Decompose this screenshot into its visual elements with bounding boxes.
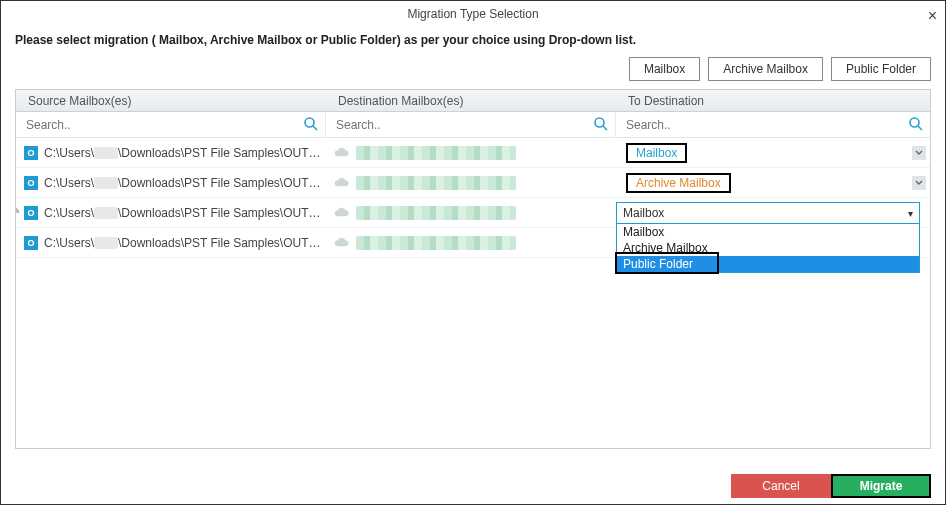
outlook-file-icon: O (24, 236, 38, 250)
destination-search-input[interactable] (332, 116, 609, 134)
chevron-down-icon[interactable] (912, 146, 926, 160)
redacted-segment (94, 237, 118, 249)
search-icon[interactable] (303, 116, 319, 132)
redacted-destination (356, 176, 516, 190)
table-row: O C:\Users\\Downloads\PST File Samples\O… (16, 138, 930, 168)
table-row: O C:\Users\\Downloads\PST File Samples\O… (16, 228, 930, 258)
path-prefix: C:\Users\ (44, 206, 94, 220)
dropdown-option-public-folder[interactable]: Public Folder (617, 256, 919, 272)
to-destination-cell: Archive Mailbox (616, 168, 930, 197)
to-destination-value[interactable]: Mailbox (626, 143, 687, 163)
dropdown-selected-label: Mailbox (623, 206, 664, 220)
source-path: C:\Users\\Downloads\PST File Samples\OUT… (44, 146, 326, 160)
path-prefix: C:\Users\ (44, 176, 94, 190)
to-destination-search-input[interactable] (622, 116, 924, 134)
to-destination-cell (616, 228, 930, 257)
destination-search-cell (326, 112, 616, 137)
search-icon[interactable] (908, 116, 924, 132)
to-destination-cell: Mailbox (616, 138, 930, 167)
source-search-cell (16, 112, 326, 137)
column-header-source: Source Mailbox(es) (16, 90, 326, 111)
path-suffix: \Downloads\PST File Samples\OUTLOO... (118, 206, 326, 220)
destination-cell (326, 138, 616, 167)
source-path: C:\Users\\Downloads\PST File Samples\OUT… (44, 176, 326, 190)
destination-cell (326, 168, 616, 197)
destination-cell (326, 228, 616, 257)
svg-point-2 (595, 118, 604, 127)
table-row: ✎ O C:\Users\\Downloads\PST File Samples… (16, 198, 930, 228)
mailbox-grid: Source Mailbox(es) Destination Mailbox(e… (15, 89, 931, 449)
close-icon[interactable]: × (928, 3, 937, 29)
outlook-file-icon: O (24, 176, 38, 190)
redacted-segment (94, 147, 118, 159)
redacted-segment (94, 207, 118, 219)
migrate-button[interactable]: Migrate (831, 474, 931, 498)
cancel-button[interactable]: Cancel (731, 474, 831, 498)
archive-mailbox-type-button[interactable]: Archive Mailbox (708, 57, 823, 81)
to-destination-search-cell (616, 112, 930, 137)
path-prefix: C:\Users\ (44, 236, 94, 250)
migration-type-buttons: Mailbox Archive Mailbox Public Folder (1, 53, 945, 89)
source-cell: O C:\Users\\Downloads\PST File Samples\O… (16, 198, 326, 227)
redacted-destination (356, 146, 516, 160)
source-cell: O C:\Users\\Downloads\PST File Samples\O… (16, 138, 326, 167)
source-cell: O C:\Users\\Downloads\PST File Samples\O… (16, 168, 326, 197)
path-suffix: \Downloads\PST File Samples\OUTLOO... (118, 236, 326, 250)
path-suffix: \Downloads\PST File Samples\OUTLOO... (118, 176, 326, 190)
destination-cell (326, 198, 616, 227)
source-search-input[interactable] (22, 116, 319, 134)
dialog-footer: Cancel Migrate (731, 474, 931, 498)
svg-point-4 (910, 118, 919, 127)
svg-point-0 (305, 118, 314, 127)
path-suffix: \Downloads\PST File Samples\OUTLOO... (118, 146, 326, 160)
redacted-destination (356, 206, 516, 220)
public-folder-type-button[interactable]: Public Folder (831, 57, 931, 81)
path-prefix: C:\Users\ (44, 146, 94, 160)
chevron-down-icon: ▾ (908, 208, 913, 219)
chevron-down-icon[interactable] (912, 176, 926, 190)
column-header-to-destination: To Destination (616, 90, 930, 111)
svg-line-1 (313, 126, 317, 130)
mailbox-type-button[interactable]: Mailbox (629, 57, 700, 81)
to-destination-value[interactable]: Archive Mailbox (626, 173, 731, 193)
outlook-file-icon: O (24, 146, 38, 160)
cloud-icon (334, 207, 350, 219)
dialog-window: Migration Type Selection × Please select… (0, 0, 946, 505)
source-path: C:\Users\\Downloads\PST File Samples\OUT… (44, 206, 326, 220)
search-icon[interactable] (593, 116, 609, 132)
cloud-icon (334, 177, 350, 189)
cloud-icon (334, 147, 350, 159)
redacted-destination (356, 236, 516, 250)
source-cell: O C:\Users\\Downloads\PST File Samples\O… (16, 228, 326, 257)
to-destination-cell: Mailbox ▾ Mailbox Archive Mailbox Public… (616, 198, 930, 227)
grid-body: O C:\Users\\Downloads\PST File Samples\O… (16, 138, 930, 258)
svg-line-3 (603, 126, 607, 130)
column-header-destination: Destination Mailbox(es) (326, 90, 616, 111)
edit-indicator-icon: ✎ (15, 205, 20, 216)
window-title: Migration Type Selection (407, 7, 538, 21)
svg-line-5 (918, 126, 922, 130)
source-path: C:\Users\\Downloads\PST File Samples\OUT… (44, 236, 326, 250)
cloud-icon (334, 237, 350, 249)
instruction-text: Please select migration ( Mailbox, Archi… (1, 27, 945, 53)
title-bar: Migration Type Selection × (1, 1, 945, 27)
table-row: O C:\Users\\Downloads\PST File Samples\O… (16, 168, 930, 198)
redacted-segment (94, 177, 118, 189)
dropdown-selected[interactable]: Mailbox ▾ (616, 202, 920, 224)
outlook-file-icon: O (24, 206, 38, 220)
grid-header: Source Mailbox(es) Destination Mailbox(e… (16, 90, 930, 112)
search-row (16, 112, 930, 138)
